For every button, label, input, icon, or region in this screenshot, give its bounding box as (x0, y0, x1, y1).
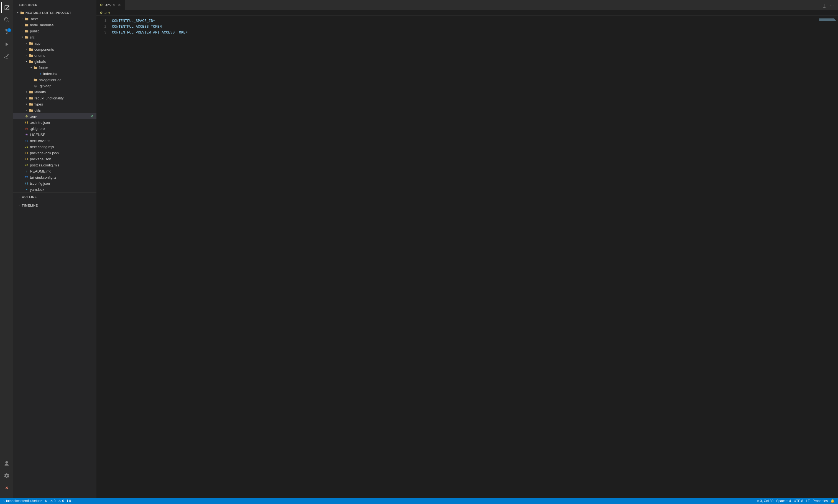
tree-icon-license: ★ (24, 132, 29, 137)
outline-title: OUTLINE (22, 195, 37, 199)
tree-item-index-tsx[interactable]: TSindex.tsx (13, 71, 97, 77)
editor-area: ⚙ .env M ✕ ··· ⚙ .env 1 (97, 0, 838, 498)
status-bar: ⑂ tutorial/contentful/setup* ↻ ✕ 0 ⚠ 0 ℹ… (0, 498, 838, 504)
info-status-item[interactable]: ℹ 0 (66, 499, 72, 503)
env-tab[interactable]: ⚙ .env M ✕ (97, 0, 125, 10)
tree-arrow-env (20, 114, 24, 119)
tree-item-eslintrc[interactable]: { }.eslintrc.json (13, 119, 97, 125)
code-content[interactable]: CONTENTFUL_SPACE_ID= CONTENTFUL_ACCESS_T… (110, 16, 816, 498)
tree-arrow-readme (20, 169, 24, 173)
spaces-status-item[interactable]: Spaces: 4 (775, 499, 792, 503)
split-editor-button[interactable] (820, 2, 828, 10)
source-control-badge: 1 (7, 28, 11, 32)
errors-status-item[interactable]: ✕ 0 (49, 499, 57, 503)
tree-icon-postcss-config: JS (24, 163, 29, 167)
tree-item-node_modules[interactable]: ›node_modules (13, 22, 97, 28)
tree-label-components: components (34, 47, 93, 52)
tree-item-postcss-config[interactable]: JSpostcss.config.mjs (13, 162, 97, 168)
tree-label-env: .env (30, 114, 89, 119)
tree-arrow-next: › (20, 17, 24, 21)
tree-icon-readme: ↓ (24, 169, 29, 173)
timeline-arrow: › (19, 204, 20, 207)
encoding-status-item[interactable]: UTF-8 (792, 499, 804, 503)
explorer-activity-icon[interactable] (1, 2, 12, 13)
branch-label: tutorial/contentful/setup* (6, 499, 42, 503)
tree-item-next-config[interactable]: JSnext.config.mjs (13, 144, 97, 150)
tree-item-tsconfig[interactable]: { }tsconfig.json (13, 180, 97, 186)
run-debug-activity-icon[interactable] (1, 39, 12, 50)
tree-item-gitkeep[interactable]: ◎.gitkeep (13, 83, 97, 89)
tree-item-footer[interactable]: ▾footer (13, 65, 97, 71)
tree-arrow-next-env-dts (20, 139, 24, 143)
tree-item-public[interactable]: ›public (13, 28, 97, 34)
tree-icon-globals (29, 59, 33, 64)
tree-label-gitignore: .gitignore (30, 127, 93, 131)
tree-item-next[interactable]: ›.next (13, 16, 97, 22)
tree-item-yarn-lock[interactable]: ●yarn.lock (13, 186, 97, 193)
tree-item-package-json[interactable]: { }package.json (13, 156, 97, 162)
tree-arrow-enums: › (24, 53, 29, 58)
source-control-activity-icon[interactable]: 1 (1, 26, 12, 38)
branch-status-item[interactable]: ⑂ tutorial/contentful/setup* (2, 499, 43, 503)
tree-item-nextjs-starter-project[interactable]: ▾NEXTJS-STARTER-PROJECT (13, 10, 97, 16)
tree-icon-reduxFunctionality (29, 96, 33, 100)
tree-item-env[interactable]: ⚙.envM (13, 113, 97, 119)
tree-item-types[interactable]: ›types (13, 101, 97, 107)
tree-item-license[interactable]: ★LICENSE (13, 131, 97, 138)
tree-item-utils[interactable]: ›utils (13, 107, 97, 113)
tree-item-next-env-dts[interactable]: TSnext-env.d.ts (13, 138, 97, 144)
warnings-status-item[interactable]: ⚠ 0 (57, 499, 65, 503)
tree-icon-src (24, 35, 29, 39)
tree-item-reduxFunctionality[interactable]: ›reduxFunctionality (13, 95, 97, 101)
tree-item-readme[interactable]: ↓README.md (13, 168, 97, 174)
activity-bar-bottom: ✕ (1, 458, 12, 493)
env-tab-close-button[interactable]: ✕ (117, 3, 122, 7)
timeline-header[interactable]: › TIMELINE (19, 202, 91, 209)
settings-activity-icon[interactable] (1, 470, 12, 481)
position-status-item[interactable]: Ln 3, Col 80 (754, 499, 774, 503)
search-activity-icon[interactable] (1, 14, 12, 25)
tree-item-package-lock[interactable]: { }package-lock.json (13, 150, 97, 156)
tree-item-gitignore[interactable]: ◎.gitignore (13, 125, 97, 131)
eol-status-item[interactable]: LF (805, 499, 811, 503)
error-status-icon: ✕ (50, 499, 53, 503)
code-line-1: CONTENTFUL_SPACE_ID= (112, 18, 816, 24)
code-editor[interactable]: 1 2 3 CONTENTFUL_SPACE_ID= CONTENTFUL_AC… (97, 16, 838, 498)
tree-arrow-tsconfig (20, 181, 24, 185)
tree-icon-package-json: { } (24, 157, 29, 161)
minimap-line-2 (819, 19, 835, 20)
sidebar-more-button[interactable]: ··· (89, 2, 93, 7)
bell-status-item[interactable]: 🔔 (830, 499, 836, 503)
tree-item-src[interactable]: ▾src (13, 34, 97, 40)
tree-item-navigationBar[interactable]: ›navigationBar (13, 77, 97, 83)
tree-arrow-node_modules: › (20, 23, 24, 27)
tree-arrow-eslintrc (20, 120, 24, 125)
tree-item-components[interactable]: ›components (13, 46, 97, 52)
tree-icon-public (24, 29, 29, 33)
tree-item-app[interactable]: ›app (13, 40, 97, 46)
tree-icon-eslintrc: { } (24, 120, 29, 125)
spaces-label: Spaces: 4 (776, 499, 791, 503)
activity-bar: 1 (0, 0, 13, 498)
tree-label-next-env-dts: next-env.d.ts (30, 139, 93, 143)
filetype-status-item[interactable]: Properties (811, 499, 829, 503)
tree-arrow-postcss-config (20, 163, 24, 167)
tree-item-globals[interactable]: ▾globals (13, 58, 97, 65)
sync-status-item[interactable]: ↻ (43, 499, 49, 503)
tree-item-enums[interactable]: ›enums (13, 52, 97, 58)
tree-item-layouts[interactable]: ›layouts (13, 89, 97, 95)
timeline-section: › TIMELINE (13, 201, 97, 210)
encoding-label: UTF-8 (794, 499, 803, 503)
more-tabs-button[interactable]: ··· (828, 2, 836, 10)
account-activity-icon[interactable] (1, 458, 12, 469)
tree-label-tsconfig: tsconfig.json (30, 181, 93, 185)
tree-arrow-layouts: › (24, 90, 29, 94)
tree-item-tailwind-config[interactable]: TStailwind.config.ts (13, 174, 97, 180)
status-bar-right: Ln 3, Col 80 Spaces: 4 UTF-8 LF Properti… (754, 499, 836, 503)
tree-label-footer: footer (39, 66, 93, 70)
error-activity-icon[interactable]: ✕ (1, 482, 12, 493)
outline-header[interactable]: › OUTLINE (19, 194, 91, 200)
extensions-activity-icon[interactable] (1, 51, 12, 62)
tree-icon-env: ⚙ (24, 114, 29, 119)
tree-label-package-lock: package-lock.json (30, 151, 93, 155)
